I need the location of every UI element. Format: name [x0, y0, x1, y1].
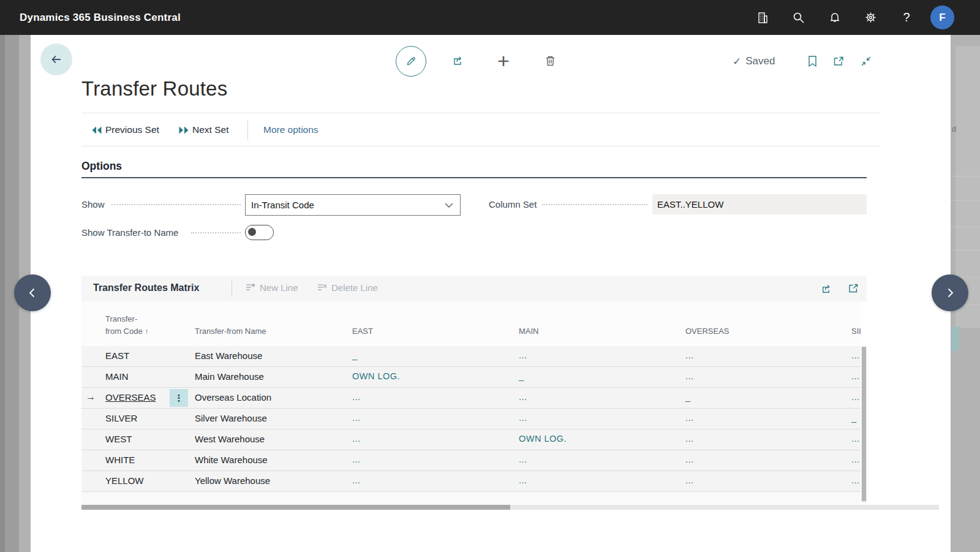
matrix-cell-silver[interactable]: _	[851, 413, 857, 423]
matrix-cell-silver[interactable]: ...	[851, 475, 860, 485]
left-edge-strip	[0, 35, 5, 552]
show-transfer-to-name-toggle[interactable]	[245, 225, 274, 240]
matrix-cell-overseas[interactable]: _	[685, 392, 691, 402]
trash-icon	[544, 55, 557, 67]
table-row-overseas-selected: → OVERSEAS ⋮ Overseas Location ... ... _…	[81, 388, 861, 409]
matrix-cell-overseas[interactable]: ...	[685, 371, 694, 381]
transfer-from-name-cell[interactable]: White Warehouse	[195, 455, 268, 465]
matrix-cell-east[interactable]: _	[352, 350, 358, 360]
col-header-overseas[interactable]: OVERSEAS	[685, 327, 729, 336]
vertical-scrollbar-thumb[interactable]	[862, 347, 866, 501]
delete-button[interactable]	[535, 46, 565, 75]
matrix-cell-overseas[interactable]: ...	[685, 434, 694, 444]
matrix-cell-east[interactable]: ...	[352, 413, 361, 423]
bell-icon[interactable]	[823, 0, 847, 35]
col-header-east[interactable]: EAST	[352, 327, 373, 336]
matrix-table-body: EAST East Warehouse _ ... ... ... MAIN M…	[81, 346, 861, 492]
plus-icon: +	[497, 50, 510, 71]
transfer-from-code-cell[interactable]: WEST	[105, 434, 132, 444]
next-set-label[interactable]: Next Set	[192, 124, 228, 135]
delete-line-button[interactable]: Delete Line	[317, 282, 378, 293]
matrix-cell-overseas[interactable]: ...	[685, 413, 694, 423]
transfer-from-code-cell[interactable]: OVERSEAS	[105, 392, 156, 403]
show-select-value: In-Transit Code	[251, 200, 445, 210]
new-line-icon	[245, 282, 256, 293]
next-record-button[interactable]	[932, 274, 968, 311]
row-context-menu-button[interactable]: ⋮	[170, 389, 188, 407]
new-line-button[interactable]: New Line	[245, 282, 298, 293]
new-record-button[interactable]: +	[489, 46, 518, 75]
more-options-link[interactable]: More options	[263, 124, 318, 135]
chevron-left-icon	[26, 286, 39, 300]
gear-icon[interactable]	[858, 0, 883, 35]
back-arrow-icon	[49, 52, 64, 67]
transfer-from-code-cell[interactable]: SILVER	[105, 413, 137, 423]
matrix-cell-east[interactable]: ...	[352, 475, 361, 485]
matrix-cell-silver[interactable]: ...	[851, 434, 860, 444]
col-header-silver-clipped[interactable]: SILV	[851, 327, 861, 336]
share-icon	[820, 282, 832, 295]
transfer-from-code-cell[interactable]: EAST	[105, 350, 129, 361]
bookmark-button[interactable]	[799, 48, 826, 75]
matrix-cell-main[interactable]: OWN LOG.	[519, 434, 567, 444]
matrix-cell-silver[interactable]: ...	[851, 371, 860, 381]
matrix-cell-overseas[interactable]: ...	[685, 455, 694, 464]
collapse-button[interactable]	[853, 48, 880, 75]
matrix-cell-silver[interactable]: ...	[851, 392, 860, 402]
previous-set-button[interactable]	[91, 125, 104, 135]
next-set-button[interactable]	[178, 125, 190, 135]
matrix-cell-main[interactable]: ...	[519, 413, 527, 423]
column-set-value: EAST..YELLOW	[657, 199, 723, 210]
matrix-cell-east[interactable]: ...	[352, 455, 361, 464]
previous-record-button[interactable]	[14, 274, 51, 311]
transfer-from-name-cell[interactable]: Main Warehouse	[195, 371, 264, 382]
transfer-from-name-cell[interactable]: Overseas Location	[195, 392, 271, 403]
col-header-transfer-from-code-line2[interactable]: from Code ↑	[105, 327, 149, 336]
search-icon[interactable]	[786, 0, 811, 35]
col-header-main[interactable]: MAIN	[519, 327, 539, 336]
avatar[interactable]: F	[930, 6, 954, 29]
matrix-share-button[interactable]	[818, 281, 833, 296]
back-button[interactable]	[40, 43, 72, 75]
chevron-down-icon	[445, 203, 453, 208]
column-set-field[interactable]: EAST..YELLOW	[652, 194, 867, 214]
matrix-bar-divider	[232, 281, 232, 297]
open-in-excel-button[interactable]	[846, 281, 861, 296]
share-button[interactable]	[443, 46, 472, 75]
transfer-from-code-cell[interactable]: MAIN	[105, 371, 129, 382]
company-icon[interactable]	[750, 0, 775, 35]
transfer-from-name-cell[interactable]: West Warehouse	[195, 434, 265, 444]
matrix-cell-overseas[interactable]: ...	[685, 350, 694, 360]
transfer-from-name-cell[interactable]: Silver Warehouse	[195, 413, 267, 423]
transfer-from-code-cell[interactable]: WHITE	[105, 455, 135, 465]
edit-button[interactable]	[396, 46, 426, 77]
delete-line-icon	[317, 282, 328, 293]
bookmark-icon	[807, 55, 818, 67]
transfer-from-name-cell[interactable]: Yellow Warehouse	[195, 475, 270, 486]
show-select[interactable]: In-Transit Code	[245, 194, 461, 216]
help-icon[interactable]: ?	[894, 0, 919, 35]
matrix-cell-main[interactable]: _	[519, 371, 524, 381]
delete-line-label: Delete Line	[331, 282, 378, 293]
new-line-label: New Line	[260, 282, 298, 293]
chevron-right-icon	[943, 286, 957, 300]
matrix-cell-east[interactable]: ...	[352, 434, 361, 444]
matrix-cell-east[interactable]: OWN LOG.	[352, 371, 400, 381]
horizontal-scrollbar-thumb[interactable]	[81, 505, 510, 510]
matrix-cell-main[interactable]: ...	[519, 350, 527, 360]
matrix-cell-main[interactable]: ...	[519, 392, 527, 402]
matrix-cell-main[interactable]: ...	[519, 475, 527, 485]
open-in-window-button[interactable]	[825, 48, 852, 75]
previous-set-label[interactable]: Previous Set	[105, 124, 159, 135]
col-header-transfer-from-name[interactable]: Transfer-from Name	[195, 327, 266, 336]
table-row-silver: SILVER Silver Warehouse ... ... ... _	[81, 409, 861, 429]
matrix-cell-main[interactable]: ...	[519, 455, 527, 464]
matrix-cell-silver[interactable]: ...	[851, 455, 860, 464]
matrix-cell-silver[interactable]: ...	[851, 350, 860, 360]
transfer-from-code-cell[interactable]: YELLOW	[105, 475, 144, 486]
transfer-from-name-cell[interactable]: East Warehouse	[195, 350, 262, 361]
matrix-cell-east[interactable]: ...	[352, 392, 361, 402]
col-header-transfer-from-code-line1[interactable]: Transfer-	[105, 314, 137, 323]
matrix-cell-overseas[interactable]: ...	[685, 475, 694, 485]
table-row-main: MAIN Main Warehouse OWN LOG. _ ... ...	[81, 367, 861, 388]
